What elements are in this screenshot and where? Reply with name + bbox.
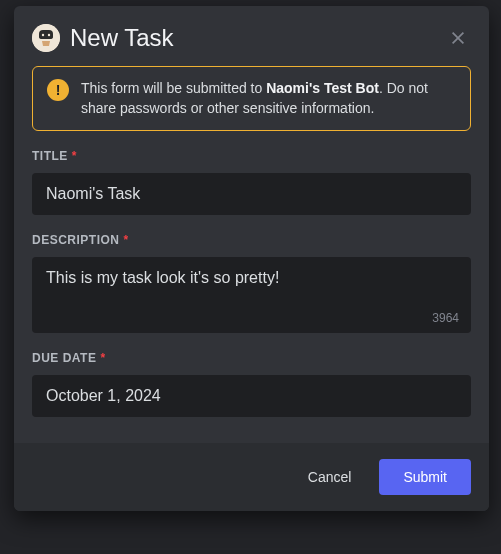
description-label-text: DESCRIPTION	[32, 233, 120, 247]
submit-button[interactable]: Submit	[379, 459, 471, 495]
modal-title: New Task	[70, 24, 435, 52]
bot-avatar	[32, 24, 60, 52]
description-input[interactable]	[32, 257, 471, 329]
due-date-field: DUE DATE*	[32, 351, 471, 417]
char-count: 3964	[432, 311, 459, 325]
title-label-text: TITLE	[32, 149, 68, 163]
modal-body: ! This form will be submitted to Naomi's…	[14, 66, 489, 443]
svg-point-1	[42, 34, 44, 36]
new-task-modal: New Task ! This form will be submitted t…	[14, 6, 489, 511]
description-field: DESCRIPTION* 3964	[32, 233, 471, 333]
description-wrap: 3964	[32, 257, 471, 333]
warning-text: This form will be submitted to Naomi's T…	[81, 79, 456, 118]
modal-header: New Task	[14, 6, 489, 66]
warning-prefix: This form will be submitted to	[81, 80, 266, 96]
cancel-button[interactable]: Cancel	[288, 459, 372, 495]
due-date-label-text: DUE DATE	[32, 351, 96, 365]
required-indicator: *	[72, 149, 77, 163]
warning-bot-name: Naomi's Test Bot	[266, 80, 379, 96]
svg-point-2	[48, 34, 50, 36]
close-button[interactable]	[445, 25, 471, 51]
modal-footer: Cancel Submit	[14, 443, 489, 511]
title-field: TITLE*	[32, 149, 471, 215]
description-label: DESCRIPTION*	[32, 233, 471, 247]
title-label: TITLE*	[32, 149, 471, 163]
required-indicator: *	[100, 351, 105, 365]
due-date-input[interactable]	[32, 375, 471, 417]
required-indicator: *	[124, 233, 129, 247]
warning-banner: ! This form will be submitted to Naomi's…	[32, 66, 471, 131]
close-icon	[449, 29, 467, 47]
title-input[interactable]	[32, 173, 471, 215]
warning-icon: !	[47, 79, 69, 101]
due-date-label: DUE DATE*	[32, 351, 471, 365]
